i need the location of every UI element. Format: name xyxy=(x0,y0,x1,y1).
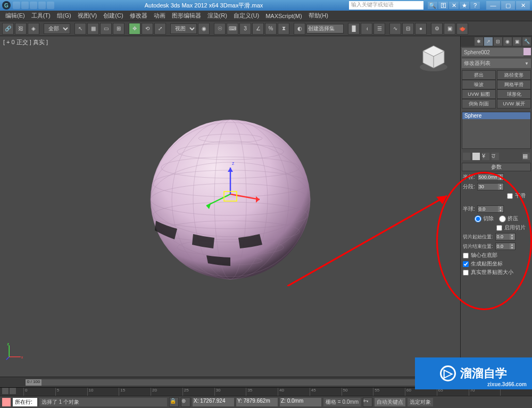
menu-view[interactable]: 视图(V) xyxy=(74,12,101,20)
pin-stack-icon[interactable] xyxy=(463,153,470,160)
bind-icon[interactable]: ◈ xyxy=(28,23,39,35)
subscription-icon[interactable]: ⚿ xyxy=(438,2,448,9)
menu-graph[interactable]: 图形编辑器 xyxy=(169,12,204,20)
gen-uv-checkbox[interactable] xyxy=(463,261,469,267)
mod-extrude[interactable]: 挤出 xyxy=(462,70,496,80)
menu-tools[interactable]: 工具(T) xyxy=(28,12,54,20)
time-slider-track[interactable]: 0 / 100 xyxy=(26,379,478,386)
favorite-icon[interactable]: ★ xyxy=(460,2,469,9)
mod-spherify[interactable]: 球形化 xyxy=(497,89,531,99)
motion-tab-icon[interactable]: ◉ xyxy=(503,37,512,46)
menu-group[interactable]: 组(G) xyxy=(54,12,74,20)
mod-meshsmooth[interactable]: 网格平滑 xyxy=(497,80,531,89)
display-tab-icon[interactable]: ▣ xyxy=(513,37,521,46)
unlink-icon[interactable]: ⛓ xyxy=(15,23,27,35)
menu-edit[interactable]: 编辑(E) xyxy=(2,12,28,20)
named-selection-input[interactable] xyxy=(306,24,344,34)
object-color-swatch[interactable] xyxy=(523,48,531,55)
sphere-object[interactable]: z xyxy=(145,114,315,285)
segs-spinner[interactable]: ▲▼ xyxy=(477,183,504,190)
layers-icon[interactable]: ☰ xyxy=(373,23,385,35)
minimize-button[interactable]: — xyxy=(486,1,500,10)
mod-pathdeform[interactable]: 路径变形 xyxy=(497,70,531,80)
utilities-tab-icon[interactable]: 🔧 xyxy=(522,37,531,46)
chop-radio[interactable] xyxy=(475,215,481,222)
align-icon[interactable]: ⫞ xyxy=(361,23,372,35)
selection-filter[interactable]: 全部 xyxy=(44,23,70,34)
configure-icon[interactable]: ▦ xyxy=(522,153,530,160)
rollout-params-header[interactable]: 参数 xyxy=(462,163,531,171)
select-region-icon[interactable]: ▭ xyxy=(100,23,112,35)
unique-icon[interactable]: ¥ xyxy=(482,153,489,160)
exchange-icon[interactable]: ✕ xyxy=(449,2,459,9)
menu-modifiers[interactable]: 修改器 xyxy=(127,12,151,20)
stack-item-sphere[interactable]: Sphere xyxy=(462,112,530,119)
script-listener-icon[interactable] xyxy=(2,398,11,406)
ref-coord-system[interactable]: 视图 xyxy=(170,23,197,34)
hierarchy-tab-icon[interactable]: ⊟ xyxy=(494,37,502,46)
squash-radio[interactable] xyxy=(499,215,506,222)
keyboard-icon[interactable]: ⌨ xyxy=(227,23,238,35)
percent-snap-icon[interactable]: % xyxy=(265,23,277,35)
smooth-checkbox[interactable] xyxy=(507,193,513,199)
close-button[interactable]: ✕ xyxy=(516,1,530,10)
auto-key-button[interactable]: 自动关键点 xyxy=(375,398,405,406)
y-coord[interactable]: Y: 7879.662m xyxy=(236,398,278,406)
show-result-icon[interactable] xyxy=(472,153,480,160)
slice-on-checkbox[interactable] xyxy=(496,225,502,231)
qat-save-icon[interactable] xyxy=(30,2,37,9)
remove-mod-icon[interactable]: ਹ xyxy=(492,153,499,160)
render-icon[interactable]: 🫖 xyxy=(456,23,468,35)
search-icon[interactable]: 🔍 xyxy=(428,2,437,9)
hemi-spinner[interactable]: ▲▼ xyxy=(477,205,504,213)
maximize-button[interactable]: ▢ xyxy=(501,1,515,10)
curve-editor-icon[interactable]: ∿ xyxy=(389,23,401,35)
qat-new-icon[interactable] xyxy=(13,2,20,9)
mirror-icon[interactable]: ▐▌ xyxy=(348,23,360,35)
object-name-input[interactable]: Sphere002 xyxy=(462,48,523,56)
mod-chamfer[interactable]: 倒角 削面 xyxy=(462,99,496,109)
real-world-checkbox[interactable] xyxy=(463,270,469,276)
named-sel-icon[interactable]: ◐ xyxy=(294,23,305,35)
qat-redo-icon[interactable] xyxy=(47,2,54,9)
menu-customize[interactable]: 自定义(U) xyxy=(230,12,262,20)
slice-to-spinner[interactable]: ▲▼ xyxy=(495,243,516,250)
track-toggle-icon[interactable] xyxy=(2,388,9,394)
pivot-icon[interactable]: ◉ xyxy=(198,23,210,35)
window-crossing-icon[interactable]: ⊞ xyxy=(113,23,124,35)
move-icon[interactable]: ✥ xyxy=(129,23,140,35)
menu-maxscript[interactable]: MAXScript(M) xyxy=(262,13,305,19)
key-mode-icon[interactable]: 🗝 xyxy=(363,397,372,407)
lock-selection-icon[interactable]: 🔒 xyxy=(169,397,179,407)
viewcube-icon[interactable] xyxy=(418,41,450,73)
mod-uvwmap[interactable]: UVW 贴图 xyxy=(462,89,496,99)
link-icon[interactable]: 🔗 xyxy=(2,23,14,35)
help-icon[interactable]: ? xyxy=(470,2,480,9)
slice-from-spinner[interactable]: ▲▼ xyxy=(495,233,516,240)
render-setup-icon[interactable]: ⚙ xyxy=(431,23,443,35)
time-slider-handle[interactable]: 0 / 100 xyxy=(26,379,41,386)
select-name-icon[interactable]: ▦ xyxy=(87,23,99,35)
modify-tab-icon[interactable]: ↗ xyxy=(484,37,493,46)
spinner-snap-icon[interactable]: ⧗ xyxy=(278,23,289,35)
z-coord[interactable]: Z: 0.0mm xyxy=(280,398,321,406)
abs-rel-icon[interactable]: ⊕ xyxy=(181,397,190,407)
mod-uvwunwrap[interactable]: UVW 展开 xyxy=(497,99,531,109)
select-icon[interactable]: ↖ xyxy=(74,23,86,35)
rotate-icon[interactable]: ⟲ xyxy=(142,23,153,35)
material-editor-icon[interactable]: ● xyxy=(415,23,427,35)
base-pivot-checkbox[interactable] xyxy=(463,253,469,259)
radius-spinner[interactable]: ▲▼ xyxy=(477,173,504,181)
viewport[interactable]: [ + 0 正交 ] 真实 ] xyxy=(0,36,460,377)
help-search-input[interactable]: 输入关键字或短语 xyxy=(349,1,423,10)
x-coord[interactable]: X: 17267.924 xyxy=(193,398,234,406)
track-key-icon[interactable] xyxy=(10,388,16,394)
create-tab-icon[interactable]: ✱ xyxy=(475,37,483,46)
scale-icon[interactable]: ⤢ xyxy=(154,23,166,35)
modifier-stack[interactable]: Sphere xyxy=(462,112,531,149)
menu-render[interactable]: 渲染(R) xyxy=(204,12,230,20)
schematic-icon[interactable]: ⊟ xyxy=(402,23,414,35)
menu-create[interactable]: 创建(C) xyxy=(100,12,126,20)
render-frame-icon[interactable]: ▣ xyxy=(444,23,455,35)
snap-icon[interactable]: 3 xyxy=(239,23,251,35)
